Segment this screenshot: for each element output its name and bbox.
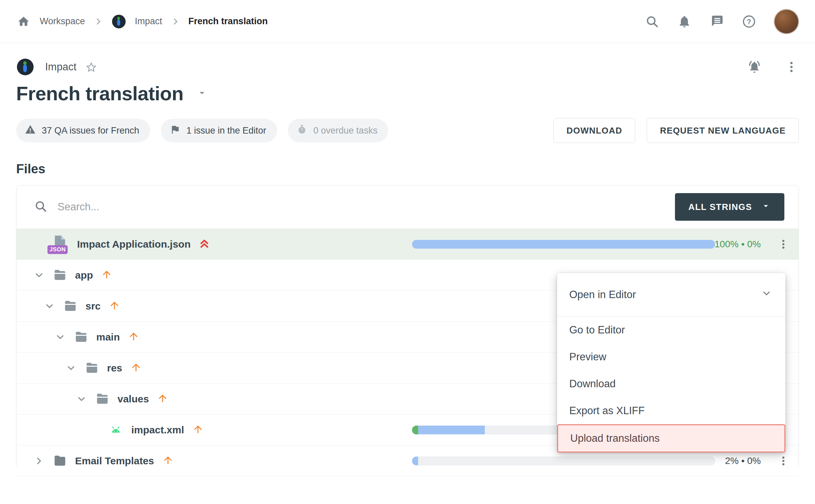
folder-open-icon [74, 330, 88, 344]
progress-bar [412, 457, 715, 465]
menu-item-open-in-editor[interactable]: Open in Editor [557, 273, 785, 317]
high-priority-icon [199, 238, 210, 251]
json-badge: JSON [47, 245, 68, 254]
folder-open-icon [85, 361, 99, 375]
project-name: Impact [45, 61, 76, 73]
chevron-down-icon[interactable] [33, 269, 45, 281]
folder-name[interactable]: Email Templates [75, 455, 154, 467]
folder-name[interactable]: values [117, 393, 149, 405]
home-icon[interactable] [16, 14, 31, 29]
next-row-edge [16, 476, 799, 478]
flag-icon [170, 124, 180, 137]
folder-open-icon [53, 268, 67, 282]
messages-icon[interactable] [709, 14, 724, 29]
menu-item-go-to-editor[interactable]: Go to Editor [557, 317, 785, 344]
file-context-menu: Open in Editor Go to Editor Preview Down… [557, 273, 785, 453]
svg-text:?: ? [747, 17, 751, 26]
android-icon [108, 423, 123, 437]
chevron-right-icon[interactable] [33, 455, 45, 467]
upload-arrow-icon [162, 455, 174, 467]
editor-issues-chip[interactable]: 1 issue in the Editor [161, 119, 277, 142]
menu-item-preview[interactable]: Preview [557, 344, 785, 370]
translation-stats: 2% • 0% [725, 456, 761, 466]
notifications-icon[interactable] [677, 14, 692, 29]
folder-icon [53, 454, 67, 468]
chevron-down-icon[interactable] [44, 300, 55, 312]
ringing-bell-icon[interactable] [747, 60, 762, 74]
progress-bar [412, 240, 715, 249]
translation-stats: 100% • 0% [715, 239, 761, 250]
app-window: Workspace Impact French translation [0, 0, 815, 504]
search-icon [34, 200, 47, 214]
search-icon[interactable] [645, 14, 659, 29]
menu-item-export-as-xliff[interactable]: Export as XLIFF [557, 397, 785, 424]
chevron-down-icon[interactable] [55, 331, 66, 343]
folder-open-icon [63, 299, 77, 313]
file-row-impact-application-json[interactable]: JSON Impact Application.json 100% • 0% [16, 228, 799, 259]
project-logo [111, 14, 126, 29]
breadcrumb: Workspace Impact French translation [16, 14, 268, 29]
search-input[interactable] [57, 201, 530, 213]
file-name[interactable]: impact.xml [131, 424, 184, 436]
breadcrumb-workspace[interactable]: Workspace [40, 16, 85, 27]
folder-name[interactable]: res [107, 362, 122, 374]
upload-arrow-icon [101, 269, 112, 282]
page-title: French translation [16, 82, 183, 105]
project-logo [16, 58, 34, 76]
upload-arrow-icon [192, 424, 204, 436]
avatar[interactable] [774, 9, 799, 34]
warning-icon [25, 124, 36, 137]
json-file-icon: JSON [50, 234, 69, 255]
overdue-tasks-chip: 0 overdue tasks [288, 119, 388, 142]
menu-item-upload-translations[interactable]: Upload translations [557, 424, 785, 453]
folder-name[interactable]: app [75, 269, 93, 281]
help-icon[interactable]: ? [742, 14, 756, 29]
download-button[interactable]: DOWNLOAD [553, 118, 636, 143]
chevron-down-icon[interactable] [65, 362, 77, 374]
folder-open-icon [95, 392, 109, 406]
menu-item-download[interactable]: Download [557, 370, 785, 397]
chevron-down-icon [761, 201, 771, 213]
request-new-language-button[interactable]: REQUEST NEW LANGUAGE [647, 118, 799, 143]
star-icon[interactable] [85, 61, 97, 73]
title-dropdown-caret-icon[interactable] [196, 87, 208, 100]
timer-icon [297, 124, 307, 137]
row-menu-icon[interactable] [775, 236, 792, 253]
upload-arrow-icon [128, 331, 139, 344]
breadcrumb-current-page: French translation [189, 16, 268, 27]
file-name[interactable]: Impact Application.json [77, 239, 191, 250]
upload-arrow-icon [109, 300, 120, 313]
top-navigation-bar: Workspace Impact French translation [0, 0, 815, 43]
folder-name[interactable]: src [86, 300, 101, 312]
upload-arrow-icon [157, 393, 168, 405]
breadcrumb-project[interactable]: Impact [135, 16, 162, 27]
chevron-down-icon [761, 288, 772, 301]
chevron-down-icon[interactable] [76, 393, 87, 405]
folder-name[interactable]: main [96, 331, 120, 343]
row-menu-icon[interactable] [775, 453, 792, 469]
upload-arrow-icon [130, 362, 142, 374]
chevron-right-icon [94, 17, 103, 26]
files-section-heading: Files [16, 162, 799, 176]
qa-issues-chip[interactable]: 37 QA issues for French [16, 119, 150, 142]
all-strings-filter-button[interactable]: ALL STRINGS [675, 193, 784, 221]
project-header: Impact [16, 58, 799, 76]
chevron-right-icon [171, 17, 180, 26]
more-options-icon[interactable] [784, 60, 799, 74]
